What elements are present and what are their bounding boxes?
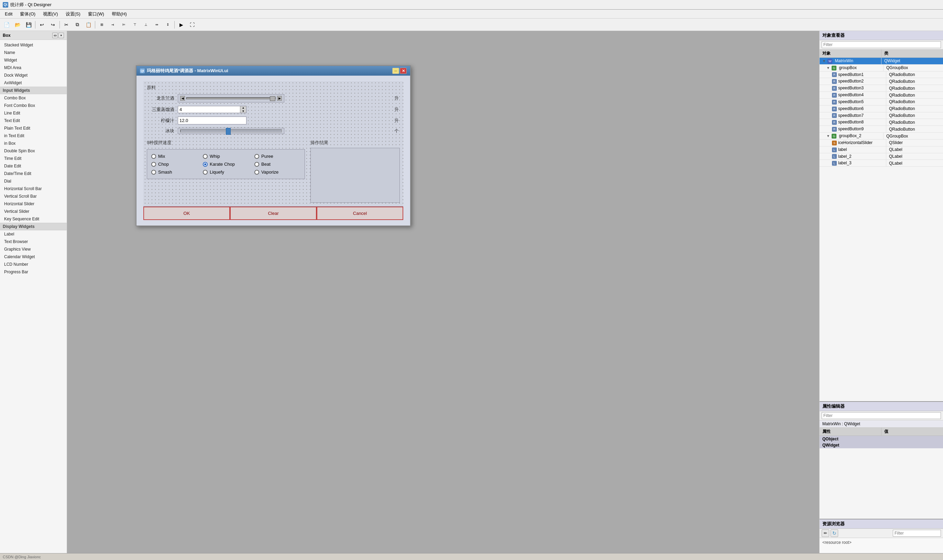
widget-in-text-edit[interactable]: in Text Edit [0,132,67,140]
ice-slider[interactable] [178,128,284,134]
toolbar-new-btn[interactable]: 📄 [2,20,12,29]
inspector-filter-input[interactable] [821,41,941,48]
widget-name[interactable]: Name [0,49,67,56]
menu-settings[interactable]: 设置(S) [62,10,84,18]
slider-thumb-1[interactable] [270,96,275,101]
inspector-row-label[interactable]: Llabel QLabel [820,146,943,153]
toolbar-copy-btn[interactable]: ⧉ [72,20,83,29]
slider-track-1[interactable] [186,97,276,99]
inspector-row-ice-slider[interactable]: SiceHorizontalSlider QSlider [820,140,943,146]
widget-hslider[interactable]: Horizontal Slider [0,200,67,208]
dialog-minimize-btn[interactable]: ─ [392,68,399,74]
widget-text-edit[interactable]: Text Edit [0,117,67,125]
toolbar-align-left-btn[interactable]: ⫤ [108,20,118,29]
radio-liquefy[interactable]: Liquefy [203,169,249,175]
widget-calendar[interactable]: Calendar Widget [0,253,67,261]
spinbox-input-2[interactable]: 4 [178,106,240,113]
toolbar-redo-btn[interactable]: ↪ [48,20,58,29]
dialog-close-btn[interactable]: ✕ [400,68,407,74]
toolbar-undo-btn[interactable]: ↩ [37,20,47,29]
toolbar-dist-h-btn[interactable]: ⇔ [152,20,162,29]
spinbox-down-2[interactable]: ▼ [240,110,246,113]
widget-stacked[interactable]: Stacked Widget [0,41,67,49]
ice-track[interactable] [180,129,282,132]
toolbar-cut-btn[interactable]: ✂ [61,20,71,29]
widget-double-spin[interactable]: Double Spin Box [0,147,67,155]
ingredient-slider-1[interactable]: ◀ ▶ [178,94,284,102]
widget-lcd[interactable]: LCD Number [0,261,67,268]
clear-button[interactable]: Clear [230,207,317,220]
inspector-row-sb4[interactable]: RspeedButton4 QRadioButton [820,92,943,98]
widget-mdi-area[interactable]: MDI Area [0,64,67,71]
panel-restore-btn[interactable]: ▭ [52,33,58,38]
slider-left-arrow-1[interactable]: ◀ [180,96,185,101]
inspector-row-sb7[interactable]: RspeedButton7 QRadioButton [820,112,943,119]
props-filter-input[interactable] [821,412,941,419]
widget-vslider[interactable]: Vertical Slider [0,208,67,215]
inspector-row-sb1[interactable]: RspeedButton1 QRadioButton [820,71,943,78]
inspector-row-groupbox[interactable]: ▼ G groupBox QGroupBox [820,65,943,71]
widget-time-edit[interactable]: Time Edit [0,155,67,162]
inspector-row-sb8[interactable]: RspeedButton8 QRadioButton [820,119,943,126]
inspector-row-label2[interactable]: Llabel_2 QLabel [820,153,943,160]
radio-whip[interactable]: Whip [203,154,249,159]
toolbar-open-btn[interactable]: 📂 [12,20,23,29]
radio-mix[interactable]: Mix [151,154,197,159]
toolbar-dist-v-btn[interactable]: ⇕ [163,20,173,29]
resource-filter-input[interactable] [893,530,941,537]
toolbar-fullscreen-btn[interactable]: ⛶ [187,20,197,29]
inspector-row-sb6[interactable]: RspeedButton6 QRadioButton [820,106,943,112]
widget-text-browser[interactable]: Text Browser [0,238,67,245]
menu-window[interactable]: 窗口(W) [85,10,108,18]
inspector-row-sb5[interactable]: RspeedButton5 QRadioButton [820,98,943,106]
toolbar-preview-btn[interactable]: ▶ [176,20,186,29]
widget-graphics-view[interactable]: Graphics View [0,245,67,253]
widget-label[interactable]: Label [0,230,67,238]
radio-karate-chop[interactable]: Karate Chop [203,162,249,167]
widget-vscrollbar[interactable]: Vertical Scroll Bar [0,192,67,200]
inspector-row-sb2[interactable]: RspeedButton2 QRadioButton [820,78,943,85]
inspector-row-sb9[interactable]: RspeedButton9 QRadioButton [820,126,943,133]
toolbar-grid-btn[interactable]: ⊞ [97,20,107,29]
widget-plain-text[interactable]: Plain Text Edit [0,125,67,132]
widget-hscrollbar[interactable]: Horizontal Scroll Bar [0,185,67,192]
widget-font-combo[interactable]: Font Combo Box [0,102,67,109]
toolbar-align-right-btn[interactable]: ⊨ [118,20,129,29]
slider-right-arrow-1[interactable]: ▶ [277,96,282,101]
widget-dock[interactable]: Dock Widget [0,71,67,79]
inspector-row-sb3[interactable]: RspeedButton3 QRadioButton [820,85,943,92]
menu-form[interactable]: 窗体(O) [17,10,39,18]
widget-keyseq[interactable]: Key Sequence Edit [0,215,67,223]
widget-combo[interactable]: Combo Box [0,94,67,102]
lineedit-3[interactable]: 12.0 [178,117,246,125]
radio-smash[interactable]: Smash [151,169,197,175]
toolbar-align-top-btn[interactable]: ⊤ [129,20,140,29]
resource-refresh-btn[interactable]: ↻ [831,529,838,537]
toolbar-align-bottom-btn[interactable]: ⊥ [141,20,151,29]
spinbox-up-2[interactable]: ▲ [240,106,246,110]
widget-date-edit[interactable]: Date Edit [0,162,67,170]
radio-beat[interactable]: Beat [254,162,300,167]
widget-dial[interactable]: Dial [0,177,67,185]
ice-thumb[interactable] [226,128,231,135]
cancel-button[interactable]: Cancel [317,207,403,220]
widget-line-edit[interactable]: Line Edit [0,109,67,117]
widget-ax[interactable]: AxWidget [0,79,67,87]
ok-button[interactable]: OK [143,207,230,220]
resource-edit-btn[interactable]: ✏ [821,529,829,537]
radio-puree[interactable]: Puree [254,154,300,159]
inspector-row-matrixwin[interactable]: ▼ W MatrixWin QWidget [820,58,943,65]
menu-view[interactable]: 视图(V) [40,10,61,18]
radio-chop[interactable]: Chop [151,162,197,167]
widget-in-box[interactable]: in Box [0,140,67,147]
toolbar-save-btn[interactable]: 💾 [23,20,34,29]
inspector-row-groupbox2[interactable]: ▼ G groupBox_2 QGroupBox [820,133,943,140]
radio-vaporize[interactable]: Vaporize [254,169,300,175]
toolbar-paste-btn[interactable]: 📋 [83,20,94,29]
inspector-row-label3[interactable]: Llabel_3 QLabel [820,160,943,167]
menu-edit[interactable]: Edit [2,10,16,17]
widget-widget[interactable]: Widget [0,56,67,64]
widget-datetime-edit[interactable]: Date/Time Edit [0,170,67,177]
widget-progress[interactable]: Progress Bar [0,268,67,276]
panel-close-btn[interactable]: × [58,33,64,38]
